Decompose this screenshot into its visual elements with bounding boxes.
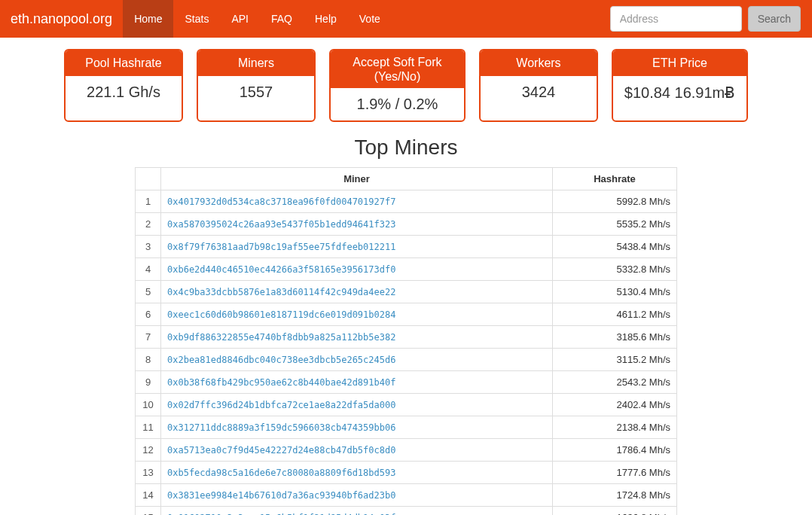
miner-cell: 0xeec1c60d60b98601e8187119dc6e019d091b02…: [161, 303, 553, 326]
hashrate-cell: 3185.6 Mh/s: [553, 326, 677, 349]
rank-cell: 9: [136, 371, 161, 394]
nav-item-stats[interactable]: Stats: [173, 0, 220, 38]
col-hashrate: Hashrate: [553, 168, 677, 190]
hashrate-cell: 3115.2 Mh/s: [553, 349, 677, 371]
miner-address-link[interactable]: 0xb9df886322855e4740bf8dbb9a825a112bb5e3…: [167, 332, 395, 343]
rank-cell: 4: [136, 258, 161, 281]
miner-address-link[interactable]: 0x02d7ffc396d24b1dbfca72ce1ae8a22dfa5da0…: [167, 400, 395, 410]
table-row: 110x312711ddc8889a3f159dc5966038cb474359…: [136, 416, 677, 439]
table-row: 150x01602710e3a3ece15a6b5bf1f21d95d4db14…: [136, 507, 677, 515]
navbar: eth.nanopool.org HomeStatsAPIFAQHelpVote…: [0, 0, 812, 38]
table-row: 70xb9df886322855e4740bf8dbb9a825a112bb5e…: [136, 326, 677, 349]
table-row: 30x8f79f76381aad7b98c19af55ee75fdfeeb012…: [136, 236, 677, 258]
table-row: 40xb6e2d440c46510ec44266a3f58165e3956173…: [136, 258, 677, 281]
hashrate-cell: 5438.4 Mh/s: [553, 236, 677, 258]
miner-address-link[interactable]: 0xa5713ea0c7f9d45e42227d24e88cb47db5f0c8…: [167, 445, 395, 456]
rank-cell: 2: [136, 213, 161, 236]
rank-cell: 10: [136, 394, 161, 416]
rank-cell: 14: [136, 484, 161, 507]
table-row: 90x0b38f68fb429bc950ae62c8b440bae42d891b…: [136, 371, 677, 394]
hashrate-cell: 5535.2 Mh/s: [553, 213, 677, 236]
brand-link[interactable]: eth.nanopool.org: [11, 0, 123, 38]
address-input[interactable]: [610, 6, 742, 32]
stat-panel-title: Pool Hashrate: [66, 50, 182, 76]
miner-address-link[interactable]: 0xb6e2d440c46510ec44266a3f58165e3956173d…: [167, 264, 395, 275]
miner-address-link[interactable]: 0x0b38f68fb429bc950ae62c8b440bae42d891b4…: [167, 377, 395, 388]
hashrate-cell: 2138.4 Mh/s: [553, 416, 677, 439]
rank-cell: 3: [136, 236, 161, 258]
miner-cell: 0x02d7ffc396d24b1dbfca72ce1ae8a22dfa5da0…: [161, 394, 553, 416]
rank-cell: 7: [136, 326, 161, 349]
rank-cell: 8: [136, 349, 161, 371]
miner-cell: 0x312711ddc8889a3f159dc5966038cb474359bb…: [161, 416, 553, 439]
miner-cell: 0xb6e2d440c46510ec44266a3f58165e3956173d…: [161, 258, 553, 281]
miner-address-link[interactable]: 0xa5870395024c26aa93e5437f05b1edd94641f3…: [167, 219, 395, 230]
table-row: 130xb5fecda98c5a16de6e7c80080a8809f6d18b…: [136, 462, 677, 484]
rank-cell: 1: [136, 190, 161, 213]
table-row: 140x3831ee9984e14b67610d7a36ac93940bf6ad…: [136, 484, 677, 507]
miner-cell: 0x8f79f76381aad7b98c19af55ee75fdfeeb0122…: [161, 236, 553, 258]
miner-address-link[interactable]: 0xb5fecda98c5a16de6e7c80080a8809f6d18bd5…: [167, 468, 395, 478]
nav-item-home[interactable]: Home: [123, 0, 173, 38]
miner-address-link[interactable]: 0x3831ee9984e14b67610d7a36ac93940bf6ad23…: [167, 490, 395, 501]
top-miners-table: Miner Hashrate 10x4017932d0d534ca8c3718e…: [135, 167, 677, 515]
table-row: 100x02d7ffc396d24b1dbfca72ce1ae8a22dfa5d…: [136, 394, 677, 416]
search-form: Search: [610, 6, 812, 32]
nav-item-api[interactable]: API: [220, 0, 260, 38]
stat-panel-value: 3424: [481, 76, 597, 108]
rank-cell: 6: [136, 303, 161, 326]
rank-cell: 5: [136, 281, 161, 303]
miner-cell: 0x4017932d0d534ca8c3718ea96f0fd004701927…: [161, 190, 553, 213]
hashrate-cell: 1724.8 Mh/s: [553, 484, 677, 507]
stat-panel: Pool Hashrate221.1 Gh/s: [64, 49, 183, 122]
stat-panel: Miners1557: [197, 49, 316, 122]
miner-address-link[interactable]: 0x312711ddc8889a3f159dc5966038cb474359bb…: [167, 422, 395, 433]
miner-address-link[interactable]: 0xeec1c60d60b98601e8187119dc6e019d091b02…: [167, 309, 395, 320]
stat-panel-value: 221.1 Gh/s: [66, 76, 182, 108]
col-miner: Miner: [161, 168, 553, 190]
nav-item-help[interactable]: Help: [304, 0, 348, 38]
stat-panel: ETH Price$10.84 16.91mɃ: [612, 49, 748, 122]
hashrate-cell: 2543.2 Mh/s: [553, 371, 677, 394]
col-rank: [136, 168, 161, 190]
miner-cell: 0xb5fecda98c5a16de6e7c80080a8809f6d18bd5…: [161, 462, 553, 484]
miner-cell: 0x3831ee9984e14b67610d7a36ac93940bf6ad23…: [161, 484, 553, 507]
table-row: 10x4017932d0d534ca8c3718ea96f0fd00470192…: [136, 190, 677, 213]
hashrate-cell: 5992.8 Mh/s: [553, 190, 677, 213]
rank-cell: 15: [136, 507, 161, 515]
hashrate-cell: 1777.6 Mh/s: [553, 462, 677, 484]
rank-cell: 13: [136, 462, 161, 484]
hashrate-cell: 2402.4 Mh/s: [553, 394, 677, 416]
miner-cell: 0x0b38f68fb429bc950ae62c8b440bae42d891b4…: [161, 371, 553, 394]
nav-item-faq[interactable]: FAQ: [260, 0, 304, 38]
table-row: 60xeec1c60d60b98601e8187119dc6e019d091b0…: [136, 303, 677, 326]
top-miners-table-wrap: Miner Hashrate 10x4017932d0d534ca8c3718e…: [135, 167, 677, 515]
hashrate-cell: 5130.4 Mh/s: [553, 281, 677, 303]
stat-panel-value: 1557: [198, 76, 314, 108]
miner-address-link[interactable]: 0x8f79f76381aad7b98c19af55ee75fdfeeb0122…: [167, 242, 395, 252]
miner-address-link[interactable]: 0x4c9ba33dcbb5876e1a83d60114f42c949da4ee…: [167, 287, 395, 297]
rank-cell: 12: [136, 439, 161, 462]
stat-panel: Accept Soft Fork (Yes/No)1.9% / 0.2%: [329, 49, 466, 122]
miner-cell: 0x4c9ba33dcbb5876e1a83d60114f42c949da4ee…: [161, 281, 553, 303]
miner-cell: 0x2bea81ed8846dbc040c738ee3dbcb5e265c245…: [161, 349, 553, 371]
hashrate-cell: 4611.2 Mh/s: [553, 303, 677, 326]
hashrate-cell: 5332.8 Mh/s: [553, 258, 677, 281]
table-row: 50x4c9ba33dcbb5876e1a83d60114f42c949da4e…: [136, 281, 677, 303]
top-miners-title: Top Miners: [0, 136, 812, 160]
nav-item-vote[interactable]: Vote: [348, 0, 392, 38]
miner-address-link[interactable]: 0x4017932d0d534ca8c3718ea96f0fd004701927…: [167, 197, 395, 207]
hashrate-cell: 1786.4 Mh/s: [553, 439, 677, 462]
miner-cell: 0x01602710e3a3ece15a6b5bf1f21d95d4db14a0…: [161, 507, 553, 515]
table-row: 80x2bea81ed8846dbc040c738ee3dbcb5e265c24…: [136, 349, 677, 371]
miner-address-link[interactable]: 0x2bea81ed8846dbc040c738ee3dbcb5e265c245…: [167, 355, 395, 365]
rank-cell: 11: [136, 416, 161, 439]
stat-panel-value: $10.84 16.91mɃ: [613, 76, 746, 109]
search-button[interactable]: Search: [748, 6, 801, 32]
miner-cell: 0xb9df886322855e4740bf8dbb9a825a112bb5e3…: [161, 326, 553, 349]
hashrate-cell: 1636.8 Mh/s: [553, 507, 677, 515]
stat-panel-value: 1.9% / 0.2%: [331, 88, 464, 120]
stats-panels: Pool Hashrate221.1 Gh/sMiners1557Accept …: [0, 38, 812, 130]
miner-cell: 0xa5713ea0c7f9d45e42227d24e88cb47db5f0c8…: [161, 439, 553, 462]
stat-panel-title: Workers: [481, 50, 597, 76]
